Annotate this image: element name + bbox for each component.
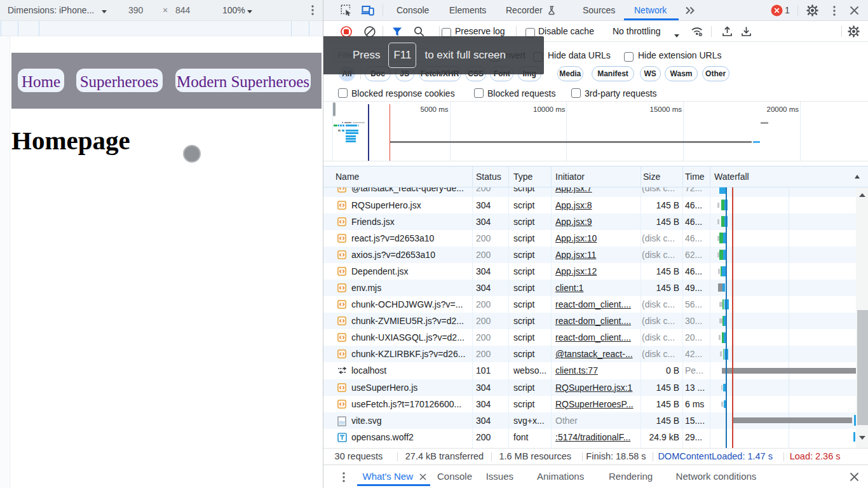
search-icon[interactable] — [414, 26, 424, 37]
request-initiator[interactable]: :5174/traditionalF... — [555, 429, 639, 445]
request-initiator[interactable]: react-dom_client.... — [555, 296, 639, 313]
column-separator[interactable] — [472, 166, 473, 187]
request-row[interactable]: opensans.woff2200font:5174/traditionalF.… — [323, 429, 868, 445]
column-header-initiator[interactable]: Initiator — [555, 166, 585, 187]
column-header-type[interactable]: Type — [513, 166, 532, 187]
request-row[interactable]: chunk-UXIASGQL.js?v=d2...200scriptreact-… — [323, 329, 868, 346]
column-header-name[interactable]: Name — [336, 166, 359, 187]
request-time: Pe... — [685, 362, 709, 379]
request-row[interactable]: chunk-KZLIRBKF.js?v=d26...200script@tans… — [323, 346, 868, 362]
tab-elements[interactable]: Elements — [449, 0, 486, 20]
network-overview[interactable]: 5000 ms10000 ms15000 ms20000 ms — [323, 102, 868, 161]
column-header-waterfall[interactable]: Waterfall — [714, 166, 749, 187]
request-initiator[interactable]: client.ts:77 — [555, 362, 639, 379]
request-initiator[interactable]: App.jsx:9 — [555, 214, 639, 230]
request-initiator[interactable]: RQSuperHeroesP... — [555, 396, 639, 412]
error-badge-icon[interactable] — [771, 4, 783, 17]
request-initiator[interactable]: RQSuperHero.jsx:1 — [555, 379, 639, 396]
zoom-select[interactable]: 100% — [222, 0, 245, 20]
nav-button-superheroes[interactable]: Superheroes — [76, 69, 163, 93]
table-scrollbar[interactable] — [856, 187, 868, 448]
nav-button-modern-superheroes[interactable]: Modern Superheroes — [175, 69, 311, 93]
drawer-tab-animations[interactable]: Animations — [537, 465, 584, 488]
more-tabs-icon[interactable] — [685, 6, 695, 15]
request-initiator[interactable]: react-dom_client.... — [555, 329, 639, 346]
request-initiator[interactable]: client:1 — [555, 280, 639, 296]
request-initiator[interactable]: App.jsx:10 — [555, 230, 639, 247]
network-settings-gear-icon[interactable] — [848, 25, 860, 37]
settings-gear-icon[interactable] — [806, 4, 818, 17]
devtools-close-icon[interactable] — [850, 6, 859, 15]
network-conditions-icon[interactable] — [691, 26, 704, 37]
request-row[interactable]: useSuperHero.js304scriptRQSuperHero.jsx:… — [323, 379, 868, 396]
request-status: 304 — [476, 263, 508, 280]
column-header-time[interactable]: Time — [685, 166, 705, 187]
checkbox-3rd-party-requests[interactable]: 3rd-party requests — [571, 87, 657, 98]
pill-media[interactable]: Media — [557, 66, 583, 82]
nav-button-home[interactable]: Home — [18, 69, 64, 93]
request-row[interactable]: useFetch.js?t=170126600...304scriptRQSup… — [323, 396, 868, 412]
column-separator[interactable] — [682, 166, 683, 187]
drawer-tab-close-icon[interactable] — [419, 473, 426, 480]
request-size: (disk c... — [641, 247, 679, 263]
request-row[interactable]: axios.js?v=d2653a10200scriptApp.jsx:11(d… — [323, 247, 868, 263]
drawer-tab-network-conditions[interactable]: Network conditions — [676, 465, 757, 488]
request-row[interactable]: vite.svg304svg+x...Other145 B15.... — [323, 412, 868, 429]
request-initiator[interactable]: @tanstack_react-... — [555, 346, 639, 362]
request-row[interactable]: Dependent.jsx304scriptApp.jsx:12145 B46.… — [323, 263, 868, 280]
request-row[interactable]: RQSuperHero.jsx304scriptApp.jsx:8145 B46… — [323, 197, 868, 214]
device-width-input[interactable]: 390 — [128, 0, 143, 20]
request-name: Friends.jsx — [351, 214, 471, 230]
tab-console[interactable]: Console — [397, 0, 429, 20]
tab-network[interactable]: Network — [634, 0, 667, 20]
device-height-input[interactable]: 844 — [175, 0, 190, 20]
request-row[interactable]: chunk-OCHDJWGW.js?v=...200scriptreact-do… — [323, 296, 868, 313]
checkbox-blocked-response-cookies[interactable]: Blocked response cookies — [338, 87, 455, 98]
request-row[interactable]: env.mjs304scriptclient:1145 B49... — [323, 280, 868, 296]
inspect-icon[interactable] — [341, 4, 353, 17]
request-row[interactable]: Friends.jsx304scriptApp.jsx:9145 B46... — [323, 214, 868, 230]
column-separator[interactable] — [710, 166, 710, 187]
drawer-tab-issues[interactable]: Issues — [486, 465, 513, 488]
column-header-size[interactable]: Size — [643, 166, 660, 187]
request-initiator[interactable]: App.jsx:11 — [555, 247, 639, 263]
throttling-select[interactable]: No throttling — [613, 21, 660, 42]
request-row[interactable]: react.js?v=d2653a10200scriptApp.jsx:10(d… — [323, 230, 868, 247]
scroll-up-icon[interactable] — [859, 193, 865, 197]
pill-ws[interactable]: WS — [640, 66, 661, 82]
hide-extension-urls-checkbox[interactable] — [624, 51, 634, 62]
drawer-close-icon[interactable] — [850, 472, 859, 482]
request-initiator[interactable]: react-dom_client.... — [555, 313, 639, 329]
request-initiator[interactable]: App.jsx:12 — [555, 263, 639, 280]
column-separator[interactable] — [508, 166, 509, 187]
overview-bar — [342, 122, 343, 124]
drawer-menu-icon[interactable] — [342, 472, 345, 482]
pill-manifest[interactable]: Manifest — [592, 66, 635, 82]
tab-sources[interactable]: Sources — [583, 0, 615, 20]
request-initiator[interactable]: App.jsx:7 — [555, 187, 639, 197]
tab-recorder[interactable]: Recorder — [506, 0, 543, 20]
scroll-down-icon[interactable] — [859, 436, 865, 440]
request-initiator[interactable]: App.jsx:8 — [555, 197, 639, 214]
export-har-icon[interactable] — [741, 26, 752, 37]
dimensions-select[interactable]: Dimensions: iPhone... — [8, 0, 94, 20]
drawer-tab-console[interactable]: Console — [437, 465, 472, 488]
scroll-thumb[interactable] — [857, 310, 868, 425]
error-count: 1 — [785, 0, 790, 20]
overlay-f11-key: F11 — [388, 43, 416, 68]
filter-funnel-icon[interactable] — [392, 27, 402, 37]
request-row[interactable]: localhost101webso...client.ts:770 BPe... — [323, 362, 868, 379]
column-header-status[interactable]: Status — [476, 166, 501, 187]
request-type: script — [513, 214, 550, 230]
devtools-menu-icon[interactable] — [833, 6, 836, 16]
device-toolbar-icon[interactable] — [361, 4, 374, 17]
import-har-icon[interactable] — [722, 26, 733, 37]
pill-wasm[interactable]: Wasm — [665, 66, 698, 82]
request-row[interactable]: @tanstack_react-query-de...200scriptApp.… — [323, 187, 868, 197]
checkbox-blocked-requests[interactable]: Blocked requests — [474, 87, 555, 98]
column-separator[interactable] — [641, 166, 641, 187]
request-row[interactable]: chunk-ZVMIEU5R.js?v=d2...200scriptreact-… — [323, 313, 868, 329]
drawer-tab-rendering[interactable]: Rendering — [609, 465, 653, 488]
column-separator[interactable] — [551, 166, 552, 187]
pill-other[interactable]: Other — [702, 66, 729, 82]
